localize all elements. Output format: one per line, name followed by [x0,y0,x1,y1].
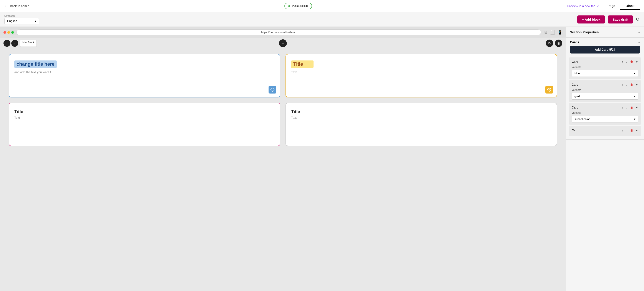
card-chevron-button-2[interactable]: ∨ [635,82,638,87]
cards-title: Cards [570,40,579,44]
variante-label-3: Variante [572,111,638,114]
svg-point-1 [549,89,550,90]
card-title-2[interactable]: Title [291,61,314,68]
card-up-button-4[interactable]: ↑ [622,128,624,132]
back-label: Back to admin [10,4,29,8]
card-chevron-button-4[interactable]: ∧ [635,128,638,132]
card-panel-item-2: Card ↑ ↓ 🗑 ∨ Variante gold ▾ [568,80,642,102]
card-panel-header-4: Card ↑ ↓ 🗑 ∧ [572,128,638,132]
back-link[interactable]: ← Back to admin [4,4,29,8]
published-label: PUBLISHED [292,4,308,8]
card-edit-icon-1[interactable] [268,86,276,94]
card-text-1: and add the text you want ! [14,71,275,74]
card-panel-label-1: Card [572,60,578,64]
center-actions: + Add block Save draft ↺ [577,16,640,24]
language-section: Language English ▾ [4,14,39,24]
card-title-1[interactable]: change title here [14,61,57,68]
card-delete-button-2[interactable]: 🗑 [630,82,634,87]
card-text-3: Text [14,116,275,119]
mobile-icon[interactable]: 📱 [558,30,562,35]
card-delete-button-1[interactable]: 🗑 [630,60,634,64]
card-chevron-button-3[interactable]: ∨ [635,105,638,110]
right-panel: Section Properties ∧ Cards ∧ Add Card 5/… [566,27,644,291]
add-block-button[interactable]: + Add block [577,16,605,24]
variante-value-1: blue [574,72,580,75]
section-properties-panel: Section Properties ∧ [566,27,644,38]
block-delete-button[interactable]: 🗑 [555,40,562,47]
cards-chevron-icon[interactable]: ∧ [638,41,640,44]
section-properties-header: Section Properties ∧ [566,27,644,38]
desktop-icon[interactable]: 🖥 [544,30,548,35]
variante-label-1: Variante [572,66,638,69]
variante-value-2: gold [574,95,580,98]
variante-chevron-icon-3: ▾ [634,117,636,121]
card-item-1: change title here and add the text you w… [9,54,280,97]
browser-dots [4,31,14,34]
card-down-button-4[interactable]: ↓ [626,128,628,132]
card-panel-actions-3: ↑ ↓ 🗑 ∨ [622,105,638,110]
preview-link[interactable]: Preview in a new tab ⤢ [567,4,599,8]
card-panel-label-4: Card [572,129,578,132]
card-item-4: Title Text [286,103,557,146]
dot-yellow [8,31,10,34]
card-item-3: Title Text [9,103,280,146]
card-down-button-1[interactable]: ↓ [626,60,628,64]
published-dot [288,5,290,7]
block-down-button[interactable]: ↓ [11,40,18,47]
top-bar: ← Back to admin PUBLISHED Preview in a n… [0,0,644,12]
card-panel-header-2: Card ↑ ↓ 🗑 ∨ [572,82,638,87]
card-up-button-1[interactable]: ↑ [622,60,624,64]
language-select[interactable]: English ▾ [4,18,39,24]
dot-green [11,31,14,34]
section-properties-chevron-icon[interactable]: ∧ [638,31,640,34]
card-panel-label-2: Card [572,83,578,86]
url-bar[interactable]: https://demo.suncel.io/demo [16,29,541,35]
card-chevron-button-1[interactable]: ∨ [635,60,638,64]
block-actions-right: ⧉ 🗑 [546,40,562,47]
variante-label-2: Variante [572,89,638,92]
variante-select-2[interactable]: gold ▾ [572,93,638,100]
card-title-3[interactable]: Title [14,109,275,114]
card-title-4[interactable]: Title [291,109,552,114]
card-panel-item-3: Card ↑ ↓ 🗑 ∨ Variante suncel-color ▾ [568,103,642,125]
card-up-button-2[interactable]: ↑ [622,82,624,87]
card-edit-icon-2[interactable] [545,86,553,94]
tab-block[interactable]: Block [620,2,640,10]
variante-select-1[interactable]: blue ▾ [572,70,638,77]
card-panel-header-3: Card ↑ ↓ 🗑 ∨ [572,105,638,110]
block-up-button[interactable]: ↑ [4,40,10,47]
card-panel-actions-1: ↑ ↓ 🗑 ∨ [622,60,638,64]
back-arrow-icon: ← [4,4,8,8]
card-up-button-3[interactable]: ↑ [622,105,624,110]
main-layout: https://demo.suncel.io/demo 🖥 ⬜ 📱 ↑ ↓ Mi… [0,27,644,291]
save-draft-button[interactable]: Save draft [608,16,633,24]
block-toolbar: ↑ ↓ Mini Block + ⧉ 🗑 [0,38,566,49]
published-badge: PUBLISHED [284,3,312,9]
language-value: English [7,19,17,23]
tablet-icon[interactable]: ⬜ [550,30,555,35]
history-button[interactable]: ↺ [636,17,640,22]
tab-page[interactable]: Page [602,2,620,10]
cards-grid: change title here and add the text you w… [0,49,566,151]
card-down-button-3[interactable]: ↓ [626,105,628,110]
card-text-2: Text [291,71,552,74]
block-duplicate-button[interactable]: ⧉ [546,40,553,47]
add-card-button[interactable]: Add Card 5/24 [570,46,640,54]
language-label: Language [4,14,39,17]
mini-block-label: Mini Block [20,40,37,47]
preview-label: Preview in a new tab [567,4,595,8]
variante-select-3[interactable]: suncel-color ▾ [572,116,638,122]
card-item-2: Title Text [286,54,557,97]
dot-red [4,31,6,34]
second-bar: Language English ▾ + Add block Save draf… [0,12,644,27]
language-chevron-icon: ▾ [35,19,36,23]
variante-chevron-icon-1: ▾ [634,72,636,75]
card-delete-button-3[interactable]: 🗑 [630,105,634,110]
block-nav: ↑ ↓ Mini Block [4,40,37,47]
external-link-icon: ⤢ [597,5,599,8]
add-center-button[interactable]: + [279,39,287,47]
card-down-button-2[interactable]: ↓ [626,82,628,87]
card-delete-button-4[interactable]: 🗑 [630,128,634,132]
card-panel-item-1: Card ↑ ↓ 🗑 ∨ Variante blue ▾ [568,57,642,79]
card-panel-actions-4: ↑ ↓ 🗑 ∧ [622,128,638,132]
